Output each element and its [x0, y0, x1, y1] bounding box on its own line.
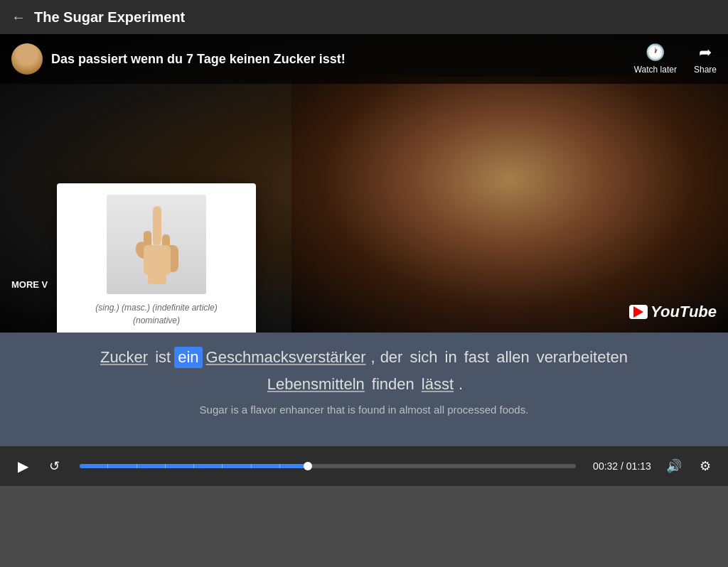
- controls-bar: ▶ ↺ 00:32 / 01:13 🔊 ⚙: [0, 446, 728, 486]
- video-title: Das passiert wenn du 7 Tage keinen Zucke…: [51, 52, 626, 67]
- video-container: Das passiert wenn du 7 Tage keinen Zucke…: [0, 34, 728, 333]
- tooltip-image: [107, 195, 206, 294]
- video-actions: 🕐 Watch later ➦ Share: [634, 43, 717, 75]
- hand-illustration: [128, 199, 185, 291]
- svg-rect-0: [153, 206, 161, 245]
- word-ein[interactable]: ein: [174, 347, 202, 368]
- replay-button[interactable]: ↺: [43, 455, 65, 477]
- watch-later-label: Watch later: [634, 65, 677, 75]
- total-time: 01:13: [626, 460, 651, 472]
- youtube-icon: [629, 305, 648, 319]
- settings-button[interactable]: ⚙: [694, 455, 717, 477]
- punct-period: .: [457, 374, 464, 395]
- tooltip-grammar: (sing.) (masc.) (indefinite article) (no…: [95, 301, 217, 327]
- tooltip-translation: a; an; one: [132, 330, 182, 333]
- time-separator: /: [621, 460, 626, 472]
- word-in[interactable]: in: [441, 347, 461, 368]
- channel-avatar: [11, 43, 43, 75]
- word-laesst[interactable]: lässt: [418, 374, 457, 395]
- word-fast[interactable]: fast: [461, 347, 493, 368]
- watch-later-button[interactable]: 🕐 Watch later: [634, 43, 677, 75]
- youtube-text: YouTube: [651, 303, 717, 321]
- word-sich[interactable]: sich: [406, 347, 441, 368]
- youtube-logo: YouTube: [629, 303, 717, 321]
- punct-comma-1: ,: [370, 347, 377, 368]
- svg-rect-6: [148, 270, 166, 284]
- share-button[interactable]: ➦ Share: [694, 43, 717, 75]
- volume-button[interactable]: 🔊: [663, 455, 685, 477]
- back-button[interactable]: ←: [11, 9, 26, 26]
- current-time: 00:32: [593, 460, 618, 472]
- word-der[interactable]: der: [377, 347, 407, 368]
- subtitle-area: Zucker ist ein Geschmacksverstärker , de…: [0, 333, 728, 446]
- word-geschmacksverstaerker[interactable]: Geschmacksverstärker: [203, 347, 370, 368]
- play-button[interactable]: ▶: [11, 455, 34, 477]
- word-lebensmitteln[interactable]: Lebensmitteln: [264, 374, 368, 395]
- subtitle-line-1: Zucker ist ein Geschmacksverstärker , de…: [21, 347, 707, 368]
- word-allen[interactable]: allen: [493, 347, 532, 368]
- subtitle-line-2: Lebensmitteln finden lässt .: [21, 374, 707, 395]
- share-label: Share: [694, 65, 717, 75]
- video-top-bar: Das passiert wenn du 7 Tage keinen Zucke…: [0, 34, 728, 84]
- progress-thumb[interactable]: [304, 462, 312, 470]
- word-finden[interactable]: finden: [368, 374, 418, 395]
- word-verarbeiteten[interactable]: verarbeiteten: [533, 347, 631, 368]
- watch-later-icon: 🕐: [646, 43, 665, 62]
- progress-filled: [80, 464, 308, 468]
- time-display: 00:32 / 01:13: [590, 460, 654, 472]
- share-icon: ➦: [699, 43, 712, 62]
- app-header: ← The Sugar Experiment: [0, 0, 728, 34]
- page-title: The Sugar Experiment: [34, 9, 185, 26]
- word-tooltip: (sing.) (masc.) (indefinite article) (no…: [57, 183, 256, 333]
- subtitle-translation: Sugar is a flavor enhancer that is found…: [21, 404, 707, 416]
- word-zucker[interactable]: Zucker: [97, 347, 151, 368]
- word-ist[interactable]: ist: [151, 347, 174, 368]
- progress-bar[interactable]: [80, 464, 576, 468]
- more-v-label: MORE V: [11, 279, 48, 290]
